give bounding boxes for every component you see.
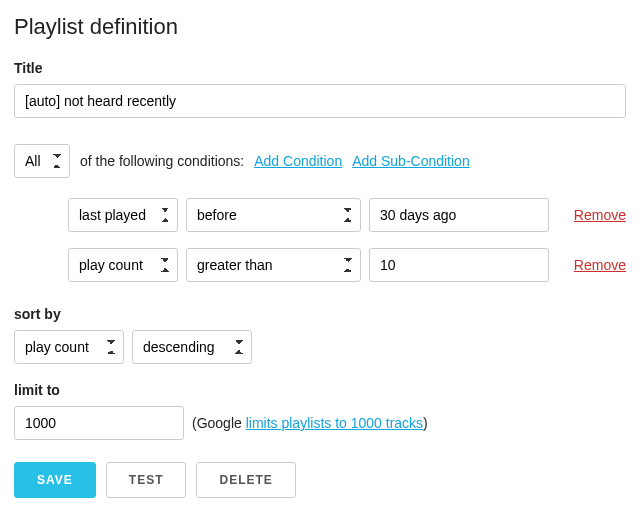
- match-mode-select-wrap: All: [14, 144, 70, 178]
- limit-note-link[interactable]: limits playlists to 1000 tracks: [246, 415, 423, 431]
- delete-button[interactable]: Delete: [196, 462, 295, 498]
- limit-note-suffix: ): [423, 415, 428, 431]
- condition-field-select[interactable]: last played: [68, 198, 178, 232]
- limit-input[interactable]: [14, 406, 184, 440]
- sort-label: sort by: [14, 306, 626, 322]
- condition-row: play count greater than Remove: [68, 248, 626, 282]
- condition-field-select[interactable]: play count: [68, 248, 178, 282]
- limit-note-prefix: (Google: [192, 415, 246, 431]
- condition-operator-select[interactable]: before: [186, 198, 361, 232]
- condition-value-input[interactable]: [369, 198, 549, 232]
- title-label: Title: [14, 60, 626, 76]
- limit-note: (Google limits playlists to 1000 tracks): [192, 415, 428, 431]
- add-condition-link[interactable]: Add Condition: [254, 153, 342, 169]
- condition-operator-select[interactable]: greater than: [186, 248, 361, 282]
- match-suffix-text: of the following conditions:: [80, 153, 244, 169]
- remove-condition-link[interactable]: Remove: [574, 207, 626, 223]
- add-subcondition-link[interactable]: Add Sub-Condition: [352, 153, 470, 169]
- condition-row: last played before Remove: [68, 198, 626, 232]
- page-title: Playlist definition: [14, 14, 626, 40]
- test-button[interactable]: Test: [106, 462, 187, 498]
- save-button[interactable]: Save: [14, 462, 96, 498]
- match-mode-select[interactable]: All: [14, 144, 70, 178]
- remove-condition-link[interactable]: Remove: [574, 257, 626, 273]
- sort-direction-select[interactable]: descending: [132, 330, 252, 364]
- title-input[interactable]: [14, 84, 626, 118]
- sort-field-select[interactable]: play count: [14, 330, 124, 364]
- limit-label: limit to: [14, 382, 626, 398]
- condition-value-input[interactable]: [369, 248, 549, 282]
